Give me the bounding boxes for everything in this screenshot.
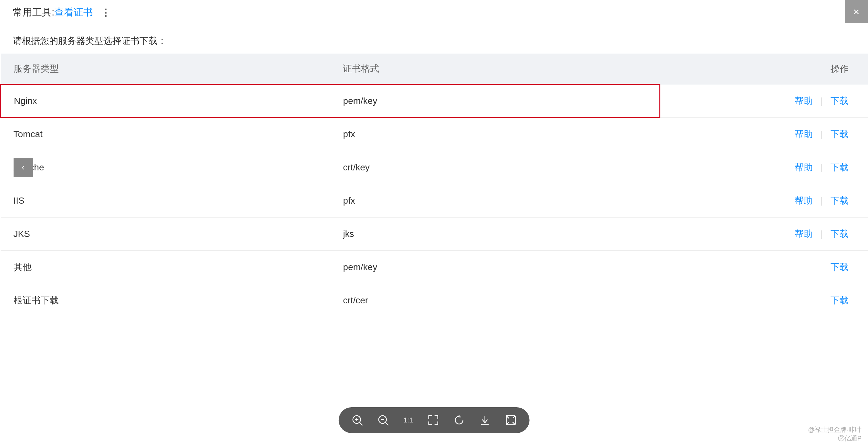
nginx-help-link[interactable]: 帮助 [795,96,813,106]
root-cert-format: crt/cer [330,284,660,317]
col-action: 操作 [660,54,868,85]
svg-line-6 [385,422,389,425]
back-arrow-button[interactable]: ‹ [13,158,33,177]
apache-help-link[interactable]: 帮助 [795,162,813,172]
other-download-link[interactable]: 下载 [831,262,848,272]
jks-cert-format: jks [330,217,660,250]
tomcat-cert-format: pfx [330,118,660,151]
table-row: Nginx pem/key 帮助 | 下载 [1,85,868,118]
close-button[interactable]: × [845,0,868,23]
table-header-row: 服务器类型 证书格式 操作 [1,54,868,85]
page-subtitle: 请根据您的服务器类型选择证书下载： [0,25,868,54]
other-actions: 下载 [660,250,868,284]
table-row: 根证书下载 crt/cer 下载 [1,284,868,317]
nginx-cert-format: pem/key [330,85,660,118]
bottom-toolbar: 1:1 [339,407,530,433]
refresh-button[interactable] [452,413,466,427]
tomcat-server-name: Tomcat [1,118,330,151]
jks-actions: 帮助 | 下载 [660,217,868,250]
jks-download-link[interactable]: 下载 [831,229,848,239]
iis-server-name: IIS [1,184,330,217]
root-cert-server-name: 根证书下载 [1,284,330,317]
svg-line-3 [360,422,363,425]
table-row: Tomcat pfx 帮助 | 下载 [1,118,868,151]
expand-button[interactable] [426,413,440,427]
header-bar: 常用工具: 查看证书 ⋮ × [0,0,868,25]
table-row: JKS jks 帮助 | 下载 [1,217,868,250]
other-server-name: 其他 [1,250,330,284]
table-row: IIS pfx 帮助 | 下载 [1,184,868,217]
apache-actions: 帮助 | 下载 [660,151,868,184]
view-cert-link[interactable]: 查看证书 [54,6,93,19]
iis-download-link[interactable]: 下载 [831,196,848,205]
nginx-download-link[interactable]: 下载 [831,96,848,106]
watermark-line1: @禄士担金牌·咔叶 [808,425,862,434]
other-cert-format: pem/key [330,250,660,284]
tomcat-divider: | [820,129,823,139]
reset-zoom-button[interactable]: 1:1 [402,413,414,427]
tomcat-help-link[interactable]: 帮助 [795,129,813,139]
apache-download-link[interactable]: 下载 [831,162,848,172]
download-button[interactable] [477,413,492,427]
table-row: ‹ Apache crt/key 帮助 | 下载 [1,151,868,184]
iis-actions: 帮助 | 下载 [660,184,868,217]
nginx-actions: 帮助 | 下载 [660,85,868,118]
iis-help-link[interactable]: 帮助 [795,196,813,205]
apache-cert-format: crt/key [330,151,660,184]
nginx-server-name: Nginx [1,85,330,118]
apache-server-name: ‹ Apache [1,151,330,184]
jks-divider: | [820,229,823,239]
table-row: 其他 pem/key 下载 [1,250,868,284]
apache-divider: | [820,162,823,172]
tomcat-actions: 帮助 | 下载 [660,118,868,151]
col-server-type: 服务器类型 [1,54,330,85]
header-prefix: 常用工具: [13,6,54,19]
jks-server-name: JKS [1,217,330,250]
more-options-icon[interactable]: ⋮ [101,7,111,18]
watermark: @禄士担金牌·咔叶 ②亿通P [808,425,862,443]
col-cert-format: 证书格式 [330,54,660,85]
zoom-in-button[interactable] [350,413,365,427]
nginx-divider: | [820,96,823,106]
iis-cert-format: pfx [330,184,660,217]
iis-divider: | [820,196,823,205]
fullscreen-button[interactable] [503,413,518,427]
page-container: 常用工具: 查看证书 ⋮ × 请根据您的服务器类型选择证书下载： 服务器类型 证… [0,0,868,446]
root-cert-download-link[interactable]: 下载 [831,295,848,305]
cert-table: 服务器类型 证书格式 操作 Nginx pem/key 帮助 | 下载 Tomc… [0,54,868,317]
tomcat-download-link[interactable]: 下载 [831,129,848,139]
watermark-line2: ②亿通P [808,434,862,443]
jks-help-link[interactable]: 帮助 [795,229,813,239]
root-cert-actions: 下载 [660,284,868,317]
zoom-out-button[interactable] [376,413,391,427]
